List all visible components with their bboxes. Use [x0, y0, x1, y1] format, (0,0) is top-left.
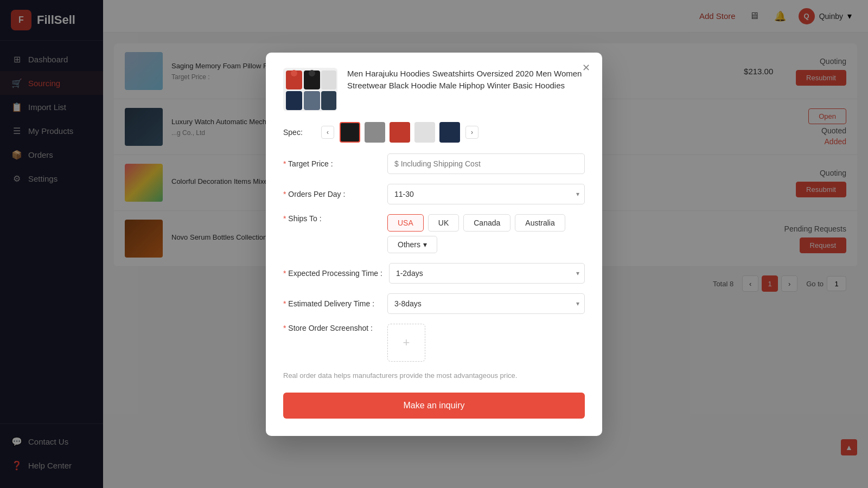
ships-to-canada-button[interactable]: Canada	[463, 214, 510, 232]
color-swatch-white[interactable]	[414, 122, 435, 143]
color-swatch-darkblue[interactable]	[439, 122, 460, 143]
orders-per-day-row: Orders Per Day : 11-30 1-10 31-50 50+ ▾	[283, 184, 585, 204]
target-price-label: Target Price :	[283, 159, 381, 168]
target-price-row: Target Price :	[283, 153, 585, 174]
delivery-time-label: Estimated Delivery Time :	[283, 299, 381, 308]
spec-label: Spec:	[283, 128, 316, 137]
spec-arrows: ‹	[321, 126, 334, 139]
ships-to-container: USA UK Canada Australia Others ▾	[387, 214, 585, 253]
processing-time-select-wrapper: 1-2days 3-5days 5-7days ▾	[389, 263, 585, 284]
upload-screenshot-button[interactable]: +	[387, 324, 425, 362]
spec-prev-button[interactable]: ‹	[321, 126, 334, 139]
color-swatch-gray[interactable]	[365, 122, 385, 143]
modal-product-image	[283, 68, 337, 111]
svg-rect-7	[321, 91, 336, 110]
svg-rect-5	[286, 91, 302, 110]
modal-close-button[interactable]: ✕	[578, 60, 593, 75]
orders-per-day-select[interactable]: 11-30 1-10 31-50 50+	[387, 184, 585, 204]
svg-point-3	[309, 70, 315, 76]
screenshot-row: Store Order Screenshot : +	[283, 324, 585, 362]
modal-overlay[interactable]: ✕ Men Hara	[0, 0, 868, 488]
delivery-time-select-wrapper: 3-8days 7-14days 14-21days ▾	[387, 293, 585, 314]
ships-to-row: Ships To : USA UK Canada Australia Other…	[283, 214, 585, 253]
others-arrow-icon: ▾	[423, 240, 427, 249]
orders-per-day-label: Orders Per Day :	[283, 190, 381, 198]
modal-header: Men Harajuku Hoodies Sweatshirts Oversiz…	[283, 68, 585, 111]
target-price-input[interactable]	[387, 153, 585, 174]
color-swatch-black[interactable]	[340, 122, 360, 143]
processing-time-select[interactable]: 1-2days 3-5days 5-7days	[389, 263, 585, 284]
processing-time-label: Expected Processing Time :	[283, 269, 382, 278]
delivery-time-select[interactable]: 3-8days 7-14days 14-21days	[387, 293, 585, 314]
svg-point-1	[291, 70, 297, 76]
helper-text: Real order data helps manufacturers prov…	[283, 371, 585, 380]
ships-to-uk-button[interactable]: UK	[428, 214, 459, 232]
ships-to-label: Ships To :	[283, 214, 381, 223]
modal-product-title: Men Harajuku Hoodies Sweatshirts Oversiz…	[347, 68, 585, 111]
spec-next-button[interactable]: ›	[465, 126, 478, 139]
spec-row: Spec: ‹ ›	[283, 122, 585, 143]
ships-to-australia-button[interactable]: Australia	[515, 214, 565, 232]
orders-per-day-select-wrapper: 11-30 1-10 31-50 50+ ▾	[387, 184, 585, 204]
color-swatch-red[interactable]	[390, 122, 410, 143]
inquiry-modal: ✕ Men Hara	[266, 53, 602, 436]
processing-time-row: Expected Processing Time : 1-2days 3-5da…	[283, 263, 585, 284]
svg-rect-6	[304, 91, 320, 110]
hoodie-image-svg	[283, 68, 337, 111]
ships-to-others-button[interactable]: Others ▾	[387, 236, 437, 253]
spec-arrows-right: ›	[465, 126, 478, 139]
upload-plus-icon: +	[403, 336, 410, 350]
svg-rect-4	[321, 70, 336, 89]
make-inquiry-button[interactable]: Make an inquiry	[283, 393, 585, 419]
ships-to-usa-button[interactable]: USA	[387, 214, 424, 232]
screenshot-label: Store Order Screenshot :	[283, 324, 381, 332]
delivery-time-row: Estimated Delivery Time : 3-8days 7-14da…	[283, 293, 585, 314]
color-swatches	[340, 122, 460, 143]
